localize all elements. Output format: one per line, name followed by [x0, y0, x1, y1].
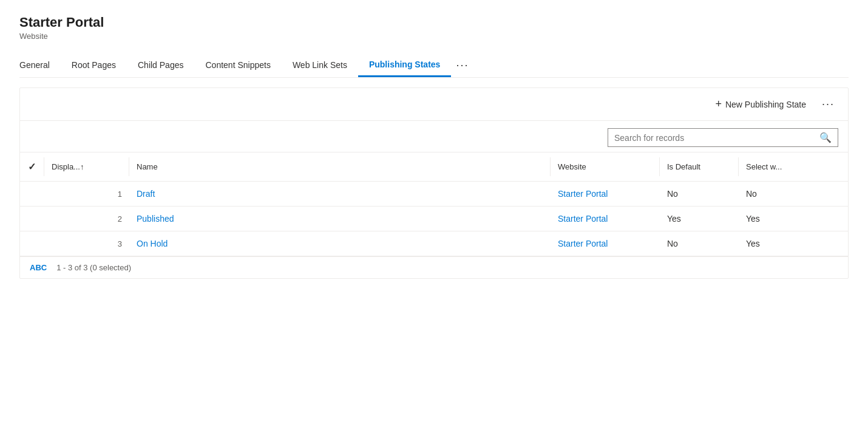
col-name-label: Name	[137, 162, 158, 171]
col-display[interactable]: Displa...↑	[44, 157, 129, 176]
col-display-label: Displa...↑	[52, 162, 84, 171]
footer-count: 1 - 3 of 3 (0 selected)	[56, 263, 131, 272]
search-area: 🔍	[20, 121, 848, 152]
tab-root-pages[interactable]: Root Pages	[61, 54, 127, 77]
row-is-default: No	[660, 182, 739, 206]
search-input[interactable]	[614, 133, 819, 143]
footer-abc[interactable]: ABC	[30, 263, 47, 272]
col-website-label: Website	[558, 162, 586, 171]
table-footer: ABC 1 - 3 of 3 (0 selected)	[20, 256, 848, 278]
table-row: 2 Published Starter Portal Yes Yes	[20, 207, 848, 231]
content-panel: + New Publishing State ··· 🔍 ✓ Displa...…	[19, 87, 849, 279]
app-title: Starter Portal	[19, 15, 849, 30]
app-subtitle: Website	[19, 32, 849, 41]
row-name[interactable]: On Hold	[129, 231, 551, 256]
col-name[interactable]: Name	[129, 157, 551, 176]
row-check[interactable]	[20, 211, 44, 226]
toolbar-more-button[interactable]: ···	[818, 95, 838, 113]
search-icon[interactable]: 🔍	[819, 132, 832, 143]
check-icon: ✓	[28, 161, 36, 173]
tab-web-link-sets[interactable]: Web Link Sets	[282, 54, 358, 77]
row-select-w: Yes	[739, 231, 848, 256]
plus-icon: +	[715, 98, 722, 111]
table-row: 1 Draft Starter Portal No No	[20, 182, 848, 207]
col-is-default-label: Is Default	[667, 162, 700, 171]
col-select-w[interactable]: Select w...	[739, 157, 848, 176]
row-check[interactable]	[20, 186, 44, 201]
search-box[interactable]: 🔍	[608, 128, 838, 147]
row-num: 2	[44, 207, 129, 231]
row-select-w: No	[739, 182, 848, 206]
col-check: ✓	[20, 157, 44, 176]
row-select-w: Yes	[739, 207, 848, 231]
more-tabs-button[interactable]: ···	[451, 53, 473, 78]
table-header: ✓ Displa...↑ Name Website Is Default Sel…	[20, 152, 848, 182]
col-select-w-label: Select w...	[746, 162, 782, 171]
row-website[interactable]: Starter Portal	[551, 231, 660, 256]
table-row: 3 On Hold Starter Portal No Yes	[20, 231, 848, 256]
tab-child-pages[interactable]: Child Pages	[127, 54, 195, 77]
row-is-default: Yes	[660, 207, 739, 231]
tab-general[interactable]: General	[19, 54, 61, 77]
row-website[interactable]: Starter Portal	[551, 207, 660, 231]
tab-content-snippets[interactable]: Content Snippets	[194, 54, 281, 77]
col-is-default[interactable]: Is Default	[660, 157, 739, 176]
row-is-default: No	[660, 231, 739, 256]
new-publishing-state-label: New Publishing State	[725, 100, 806, 109]
col-website[interactable]: Website	[551, 157, 660, 176]
row-website[interactable]: Starter Portal	[551, 182, 660, 206]
row-name[interactable]: Draft	[129, 182, 551, 206]
panel-toolbar: + New Publishing State ···	[20, 88, 848, 121]
tabs-bar: General Root Pages Child Pages Content S…	[19, 53, 849, 78]
tab-publishing-states[interactable]: Publishing States	[358, 53, 451, 77]
new-publishing-state-button[interactable]: + New Publishing State	[710, 95, 811, 113]
row-check[interactable]	[20, 236, 44, 251]
row-num: 1	[44, 182, 129, 206]
row-name[interactable]: Published	[129, 207, 551, 231]
row-num: 3	[44, 232, 129, 256]
